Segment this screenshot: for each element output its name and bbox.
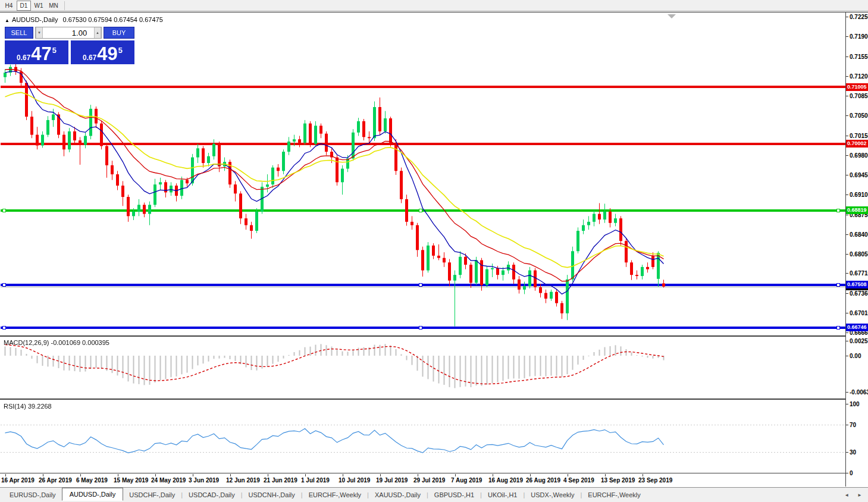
date-tick-label: 26 Aug 2019 bbox=[526, 477, 560, 484]
axis-tick bbox=[846, 425, 848, 425]
tab-usdx-weekly[interactable]: USDX-,Weekly bbox=[525, 489, 580, 501]
tab-audusd-daily[interactable]: AUDUSD-,Daily bbox=[62, 488, 124, 501]
price-tick-label: 0.67010 bbox=[850, 310, 868, 316]
macd-tick-label: -0.006326 bbox=[850, 389, 868, 396]
date-axis[interactable]: 16 Apr 201926 Apr 20196 May 201915 May 2… bbox=[1, 474, 845, 487]
date-tick-label: 29 Jul 2019 bbox=[413, 477, 445, 484]
date-tick-label: 13 Sep 2019 bbox=[601, 477, 635, 484]
price-tick-label: 0.71900 bbox=[850, 33, 868, 40]
buy-price-big: 49 bbox=[97, 46, 117, 62]
date-tick-label: 16 Aug 2019 bbox=[488, 477, 523, 484]
date-tick bbox=[305, 474, 306, 476]
date-tick bbox=[605, 474, 606, 476]
volume-input[interactable] bbox=[43, 27, 94, 38]
timeframe-button-d1[interactable]: D1 bbox=[17, 1, 31, 11]
macd-panel-canvas[interactable] bbox=[1, 337, 845, 399]
tab-usdcnh-daily[interactable]: USDCNH-,Daily bbox=[243, 489, 301, 501]
price-tick-label: 0.67710 bbox=[850, 270, 868, 277]
tab-usdcad-daily[interactable]: USDCAD-,Daily bbox=[183, 489, 241, 501]
date-tick-label: 15 May 2019 bbox=[114, 477, 148, 484]
axis-tick bbox=[846, 17, 848, 17]
date-tick bbox=[155, 474, 156, 476]
timeframe-toolbar: H4D1W1MN bbox=[0, 0, 868, 11]
chart-shift-marker-icon[interactable] bbox=[668, 14, 676, 18]
axis-tick bbox=[846, 136, 848, 136]
price-tick-label: 0.67360 bbox=[850, 290, 868, 297]
axis-tick bbox=[846, 341, 848, 341]
axis-tick bbox=[846, 96, 848, 96]
tab-scroll-right-icon[interactable]: ► bbox=[857, 492, 862, 498]
price-tick-label: 0.69800 bbox=[850, 152, 868, 159]
date-tick bbox=[343, 474, 343, 476]
macd-rsi-divider[interactable] bbox=[0, 399, 845, 400]
one-click-trading-panel: SELL ▼ ▲ BUY 0.67475 0.67495 bbox=[5, 27, 134, 64]
chart-title: ▲AUDUSD-,Daily0.67530 0.67594 0.67454 0.… bbox=[5, 16, 163, 23]
tab-eurchf-weekly[interactable]: EURCHF-,Weekly bbox=[303, 489, 367, 501]
timeframe-button-mn[interactable]: MN bbox=[46, 1, 61, 11]
tab-usdchf-daily[interactable]: USDCHF-,Daily bbox=[123, 489, 181, 501]
date-tick bbox=[43, 474, 43, 476]
price-tick-label: 0.70850 bbox=[850, 93, 868, 99]
tab-gbpusd-h1[interactable]: GBPUSD-,H1 bbox=[428, 489, 480, 501]
level-price-chip: 0.71005 bbox=[846, 83, 868, 91]
date-tick bbox=[418, 474, 418, 476]
rsi-panel-canvas[interactable] bbox=[1, 401, 845, 473]
level-price-chip: 0.68819 bbox=[846, 206, 868, 214]
axis-tick bbox=[846, 273, 848, 274]
date-tick-label: 23 Sep 2019 bbox=[638, 477, 672, 484]
date-tick-label: 7 Aug 2019 bbox=[451, 477, 482, 484]
axis-tick bbox=[846, 234, 848, 235]
price-tick-label: 0.69450 bbox=[850, 172, 868, 178]
date-tick-label: 3 Jun 2019 bbox=[189, 477, 219, 484]
sell-price-pip: 5 bbox=[52, 46, 57, 55]
tab-eurchf-weekly[interactable]: EURCHF-,Weekly bbox=[582, 489, 646, 501]
axis-tick bbox=[846, 36, 848, 37]
price-tick-label: 0.70150 bbox=[850, 133, 868, 139]
date-tick-label: 19 Jul 2019 bbox=[376, 477, 408, 484]
tab-scroll-left-icon[interactable]: ◄ bbox=[844, 492, 849, 498]
volume-stepper: ▼ ▲ bbox=[35, 27, 102, 39]
timeframe-button-h4[interactable]: H4 bbox=[2, 1, 16, 11]
date-tick-label: 1 Jul 2019 bbox=[301, 477, 330, 484]
price-tick-label: 0.71550 bbox=[850, 54, 868, 60]
price-tick-label: 0.69100 bbox=[850, 192, 868, 198]
buy-price-display[interactable]: 0.67495 bbox=[71, 40, 134, 64]
axis-tick bbox=[846, 332, 848, 333]
tab-ukoil-h1[interactable]: UKOil-,H1 bbox=[482, 489, 524, 501]
tab-xauusd-daily[interactable]: XAUUSD-,Daily bbox=[369, 489, 427, 501]
date-tick bbox=[530, 474, 531, 476]
level-price-chip: 0.67508 bbox=[846, 281, 868, 288]
axis-tick bbox=[846, 313, 848, 313]
symbol-marker-icon: ▲ bbox=[5, 18, 10, 23]
buy-price-prefix: 0.67 bbox=[83, 54, 96, 62]
axis-tick bbox=[846, 57, 848, 57]
axis-tick bbox=[846, 175, 848, 175]
timeframe-button-w1[interactable]: W1 bbox=[32, 1, 46, 11]
price-tick-label: 0.71200 bbox=[850, 73, 868, 80]
main-macd-divider[interactable] bbox=[0, 335, 845, 337]
sell-button[interactable]: SELL bbox=[5, 27, 33, 39]
date-tick bbox=[643, 474, 643, 476]
sell-price-display[interactable]: 0.67475 bbox=[5, 40, 68, 64]
date-tick bbox=[568, 474, 568, 476]
level-price-chip: 0.66746 bbox=[846, 324, 868, 331]
axis-tick bbox=[846, 194, 848, 195]
date-tick bbox=[118, 474, 118, 476]
date-tick-label: 21 Jun 2019 bbox=[264, 477, 297, 484]
volume-decrease-button[interactable]: ▼ bbox=[36, 27, 43, 38]
chart-symbol-label: AUDUSD-,Daily bbox=[12, 16, 58, 23]
axis-tick bbox=[846, 404, 848, 404]
chart-window: 0.722500.719000.715500.712000.708500.705… bbox=[0, 12, 868, 487]
buy-button[interactable]: BUY bbox=[104, 27, 134, 39]
symbol-tab-bar: EURUSD-,DailyAUDUSD-,DailyUSDCHF-,Daily|… bbox=[0, 487, 868, 502]
chevron-up-icon: ▲ bbox=[96, 31, 99, 34]
date-tick bbox=[193, 474, 193, 476]
date-tick bbox=[80, 474, 81, 476]
date-tick-label: 6 May 2019 bbox=[76, 477, 108, 484]
sell-price-prefix: 0.67 bbox=[17, 54, 30, 62]
date-tick-label: 10 Jul 2019 bbox=[339, 477, 370, 484]
toolbar-divider bbox=[64, 1, 65, 10]
tab-eurusd-daily[interactable]: EURUSD-,Daily bbox=[4, 489, 62, 501]
volume-increase-button[interactable]: ▲ bbox=[94, 27, 101, 38]
price-axis[interactable]: 0.722500.719000.715500.712000.708500.705… bbox=[845, 12, 868, 487]
